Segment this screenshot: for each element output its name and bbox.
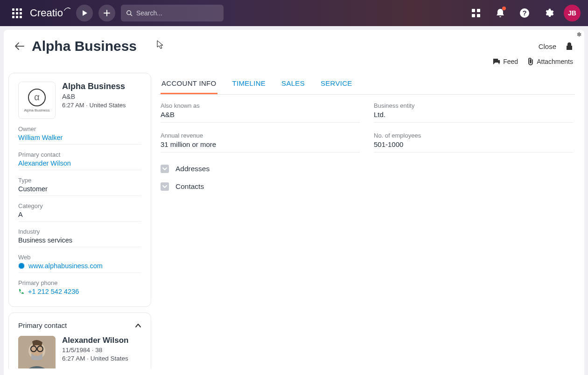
owner-value[interactable]: William Walker [18, 134, 141, 141]
brand-logo[interactable]: Creatio [30, 7, 70, 19]
aka-field[interactable]: Also known as A&B [161, 102, 360, 123]
svg-line-1 [131, 14, 132, 15]
web-value-row[interactable]: www.alphabusiness.com [18, 262, 141, 270]
play-icon [82, 10, 87, 16]
lock-button[interactable] [566, 42, 573, 50]
contact-photo[interactable] [18, 336, 56, 368]
person-photo-placeholder [18, 336, 56, 368]
phone-label: Primary phone [18, 279, 141, 286]
page-title: Alpha Business [32, 38, 137, 54]
search-icon [126, 10, 133, 17]
phone-value: +1 212 542 4236 [28, 288, 79, 295]
company-time-country: 6:27 AM · United States [62, 102, 126, 109]
business-entity-value: Ltd. [374, 111, 573, 118]
avatar-initials: JB [568, 9, 576, 17]
aka-value: A&B [161, 111, 360, 118]
primary-contact-card: Primary contact [8, 312, 151, 368]
settings-button[interactable] [539, 4, 558, 22]
aka-label: Also known as [161, 102, 360, 109]
addresses-expander[interactable]: Addresses [159, 160, 575, 178]
attachments-button[interactable]: Attachments [527, 58, 573, 65]
svg-rect-4 [472, 14, 475, 17]
globe-icon [18, 263, 25, 269]
contacts-toggle[interactable] [161, 182, 169, 191]
contact-name: Alexander Wilson [62, 336, 129, 345]
business-entity-field[interactable]: Business entity Ltd. [374, 102, 573, 123]
gear-icon [576, 32, 581, 37]
account-info-grid: Also known as A&B Business entity Ltd. A… [159, 95, 575, 160]
gear-icon [544, 8, 554, 18]
industry-label: Industry [18, 228, 141, 235]
company-summary-card: α Alpha Business Alpha Business A&B 6:27… [8, 73, 151, 307]
svg-text:?: ? [522, 9, 526, 17]
page-settings-button[interactable] [576, 32, 581, 37]
tab-sales[interactable]: SALES [280, 76, 306, 94]
type-field: Type Customer [18, 177, 141, 196]
employees-label: No. of employees [374, 132, 573, 139]
notifications-button[interactable] [491, 4, 510, 22]
contact-dob-age: 11/5/1984 · 38 [62, 347, 129, 354]
chevron-up-icon [135, 323, 141, 328]
tab-timeline[interactable]: TIMELINE [231, 76, 267, 94]
tab-account-info[interactable]: ACCOUNT INFO [161, 76, 217, 94]
plus-icon [104, 10, 110, 16]
web-label: Web [18, 254, 141, 261]
grid-icon [471, 8, 481, 18]
marketplace-button[interactable] [467, 4, 485, 22]
revenue-field[interactable]: Annual revenue 31 million or more [161, 132, 360, 153]
primary-contact-label: Primary contact [18, 151, 141, 158]
page-header: Alpha Business Close [4, 30, 584, 56]
phone-value-row[interactable]: +1 212 542 4236 [18, 288, 141, 295]
contact-time-country: 6:27 AM · United States [62, 355, 129, 362]
category-label: Category [18, 202, 141, 209]
company-name: Alpha Business [62, 82, 126, 91]
web-value: www.alphabusiness.com [28, 262, 103, 270]
attachments-label: Attachments [537, 58, 573, 65]
industry-field: Industry Business services [18, 228, 141, 247]
left-sidebar: α Alpha Business Alpha Business A&B 6:27… [4, 73, 151, 368]
contacts-label: Contacts [175, 182, 204, 191]
apps-menu-button[interactable] [7, 4, 26, 22]
contacts-expander[interactable]: Contacts [159, 178, 575, 195]
svg-rect-5 [477, 14, 480, 17]
employees-value: 501-1000 [374, 140, 573, 148]
industry-value: Business services [18, 236, 141, 244]
tabs: ACCOUNT INFO TIMELINE SALES SERVICE [159, 73, 575, 95]
feed-label: Feed [503, 58, 518, 65]
business-entity-label: Business entity [374, 102, 573, 109]
arrow-left-icon [15, 42, 24, 50]
search-box[interactable] [121, 5, 224, 21]
play-button[interactable] [76, 5, 93, 21]
type-label: Type [18, 177, 141, 184]
phone-field: Primary phone +1 212 542 4236 [18, 279, 141, 298]
tab-service[interactable]: SERVICE [320, 76, 353, 94]
close-button[interactable]: Close [539, 42, 556, 50]
paperclip-icon [527, 58, 534, 65]
page-subheader: Feed Attachments [4, 56, 584, 73]
logo-caption: Alpha Business [24, 108, 49, 112]
lock-icon [566, 42, 573, 50]
category-field: Category A [18, 202, 141, 222]
employees-field[interactable]: No. of employees 501-1000 [374, 132, 573, 153]
type-value: Customer [18, 185, 141, 193]
revenue-value: 31 million or more [161, 140, 360, 148]
back-button[interactable] [15, 42, 24, 50]
collapse-button[interactable] [135, 323, 141, 328]
brand-text: Creatio [30, 7, 63, 19]
company-logo[interactable]: α Alpha Business [18, 82, 56, 119]
user-avatar[interactable]: JB [564, 5, 581, 21]
primary-contact-value[interactable]: Alexander Wilson [18, 160, 141, 167]
help-button[interactable]: ? [515, 4, 534, 22]
notification-dot-icon [502, 7, 506, 10]
web-field: Web www.alphabusiness.com [18, 254, 141, 273]
feed-button[interactable]: Feed [493, 58, 518, 65]
revenue-label: Annual revenue [161, 132, 360, 139]
top-bar: Creatio ? JB [0, 0, 588, 26]
brand-swoosh-icon [64, 7, 70, 14]
content-area: α Alpha Business Alpha Business A&B 6:27… [4, 73, 584, 368]
help-icon: ? [519, 8, 530, 18]
addresses-toggle[interactable] [161, 165, 169, 173]
search-input[interactable] [136, 9, 218, 17]
add-button[interactable] [98, 5, 115, 21]
svg-point-0 [127, 10, 131, 14]
